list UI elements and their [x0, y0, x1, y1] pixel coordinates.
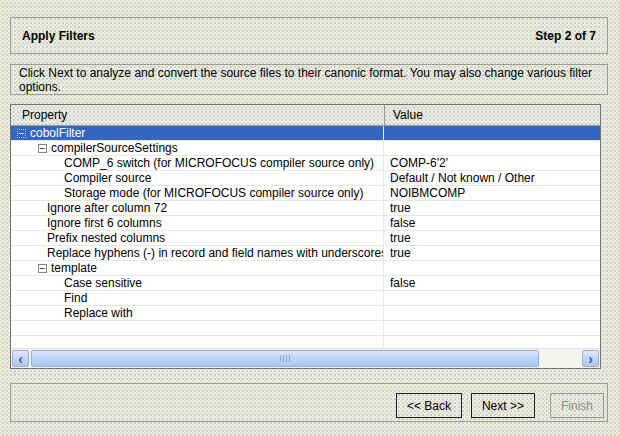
- value-cell: COMP-6'2': [384, 156, 600, 170]
- value-cell: false: [384, 216, 600, 230]
- table-row[interactable]: Ignore after column 72 true: [11, 201, 600, 216]
- value-cell: true: [384, 231, 600, 245]
- property-label: Storage mode (for MICROFOCUS compiler so…: [64, 186, 363, 200]
- property-label: compilerSourceSettings: [51, 141, 178, 155]
- value-cell: [384, 336, 600, 348]
- table-row[interactable]: Replace with: [11, 306, 600, 321]
- value-cell: true: [384, 201, 600, 215]
- scrollbar-grip-icon: [280, 355, 291, 362]
- value-cell: [384, 126, 600, 140]
- table-row[interactable]: COMP_6 switch (for MICROFOCUS compiler s…: [11, 156, 600, 171]
- wizard-header: Apply Filters Step 2 of 7: [10, 17, 608, 54]
- value-label: Default / Not known / Other: [390, 171, 535, 185]
- table-row[interactable]: Ignore first 6 columns false: [11, 216, 600, 231]
- value-cell: Default / Not known / Other: [384, 171, 600, 185]
- chevron-left-icon: ‹: [18, 352, 23, 366]
- property-cell: Replace with: [11, 306, 384, 320]
- value-label: true: [390, 231, 411, 245]
- value-cell: true: [384, 246, 600, 260]
- value-cell: [384, 261, 600, 275]
- value-cell: NOIBMCOMP: [384, 186, 600, 200]
- value-label: NOIBMCOMP: [390, 186, 465, 200]
- wizard-dialog: Apply Filters Step 2 of 7 Click Next to …: [0, 0, 620, 436]
- value-label: true: [390, 246, 411, 260]
- button-panel: << Back Next >> Finish: [10, 383, 608, 422]
- instruction-panel: Click Next to analyze and convert the so…: [10, 64, 608, 95]
- property-cell: Replace hyphens (-) in record and field …: [11, 246, 384, 260]
- property-cell: Compiler source: [11, 171, 384, 185]
- table-row[interactable]: Find: [11, 291, 600, 306]
- table-row[interactable]: Case sensitive false: [11, 276, 600, 291]
- property-cell: Storage mode (for MICROFOCUS compiler so…: [11, 186, 384, 200]
- scrollbar-thumb[interactable]: [31, 350, 539, 367]
- value-cell: [384, 291, 600, 305]
- table-row[interactable]: [11, 336, 600, 348]
- value-cell: [384, 321, 600, 335]
- property-cell: − compilerSourceSettings: [11, 141, 384, 155]
- property-label: cobolFilter: [30, 126, 85, 140]
- value-label: true: [390, 201, 411, 215]
- property-cell: − cobolFilter: [11, 126, 384, 140]
- column-header-property[interactable]: Property: [11, 105, 384, 125]
- property-label: template: [51, 261, 97, 275]
- step-indicator: Step 2 of 7: [535, 29, 596, 43]
- table-header-row: Property Value: [11, 105, 600, 126]
- property-label: Ignore after column 72: [47, 201, 167, 215]
- horizontal-scrollbar[interactable]: ‹ ›: [11, 348, 600, 368]
- back-button[interactable]: << Back: [396, 393, 462, 418]
- property-cell: − template: [11, 261, 384, 275]
- property-cell: [11, 336, 384, 348]
- next-button[interactable]: Next >>: [471, 393, 535, 418]
- chevron-right-icon: ›: [588, 352, 593, 366]
- property-label: Prefix nested columns: [47, 231, 165, 245]
- table-row[interactable]: − template: [11, 261, 600, 276]
- value-cell: false: [384, 276, 600, 290]
- scrollbar-track[interactable]: [29, 350, 582, 367]
- property-label: Find: [64, 291, 87, 305]
- property-cell: Case sensitive: [11, 276, 384, 290]
- value-label: COMP-6'2': [390, 156, 448, 170]
- table-row[interactable]: Prefix nested columns true: [11, 231, 600, 246]
- instruction-text: Click Next to analyze and convert the so…: [19, 66, 599, 94]
- finish-button[interactable]: Finish: [550, 393, 604, 418]
- value-label: false: [390, 216, 415, 230]
- page-title: Apply Filters: [22, 29, 95, 43]
- collapse-icon[interactable]: −: [38, 264, 47, 273]
- property-cell: Ignore after column 72: [11, 201, 384, 215]
- property-cell: Prefix nested columns: [11, 231, 384, 245]
- property-label: Compiler source: [64, 171, 151, 185]
- property-label: Replace hyphens (-) in record and field …: [47, 246, 384, 260]
- scroll-right-button[interactable]: ›: [582, 350, 599, 367]
- property-label: COMP_6 switch (for MICROFOCUS compiler s…: [64, 156, 374, 170]
- property-cell: Ignore first 6 columns: [11, 216, 384, 230]
- table-row[interactable]: [11, 321, 600, 336]
- collapse-icon[interactable]: −: [17, 129, 26, 138]
- collapse-icon[interactable]: −: [38, 144, 47, 153]
- property-label: Ignore first 6 columns: [47, 216, 162, 230]
- property-label: Replace with: [64, 306, 133, 320]
- value-cell: [384, 141, 600, 155]
- property-label: Case sensitive: [64, 276, 142, 290]
- table-row[interactable]: Storage mode (for MICROFOCUS compiler so…: [11, 186, 600, 201]
- property-cell: COMP_6 switch (for MICROFOCUS compiler s…: [11, 156, 384, 170]
- filter-options-table: Property Value − cobolFilter − compilerS…: [10, 104, 601, 369]
- table-row[interactable]: Replace hyphens (-) in record and field …: [11, 246, 600, 261]
- property-cell: Find: [11, 291, 384, 305]
- table-row[interactable]: Compiler source Default / Not known / Ot…: [11, 171, 600, 186]
- table-row[interactable]: − cobolFilter: [11, 126, 600, 141]
- value-label: false: [390, 276, 415, 290]
- table-row[interactable]: − compilerSourceSettings: [11, 141, 600, 156]
- column-header-value[interactable]: Value: [384, 105, 600, 125]
- scroll-left-button[interactable]: ‹: [12, 350, 29, 367]
- property-cell: [11, 321, 384, 335]
- table-body: − cobolFilter − compilerSourceSettings C…: [11, 126, 600, 348]
- value-cell: [384, 306, 600, 320]
